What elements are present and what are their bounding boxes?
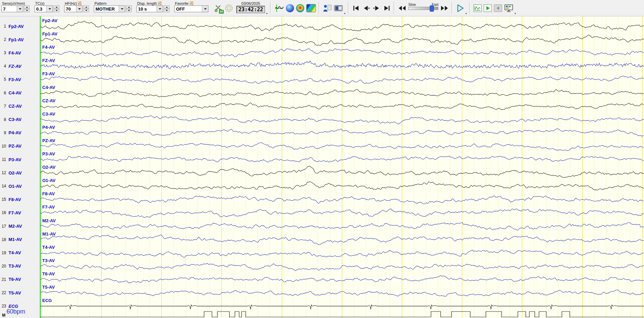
sens-combobox[interactable]: 7 bbox=[1, 5, 23, 12]
channel-row-T6-AV[interactable]: 21T6-AV bbox=[0, 276, 40, 283]
disp-length-value: 10 s bbox=[137, 6, 157, 12]
sens-spinner[interactable] bbox=[24, 5, 30, 12]
marker-channel-label: M bbox=[2, 313, 5, 318]
channel-row-T5-AV[interactable]: 22T5-AV bbox=[0, 290, 40, 296]
channel-row-Fp1-AV[interactable]: 2Fp1-AV bbox=[0, 36, 40, 43]
channel-number: 4 bbox=[0, 64, 6, 69]
rewind-button[interactable] bbox=[398, 3, 407, 13]
spin-up-icon[interactable] bbox=[164, 5, 170, 9]
channel-row-C4-AV[interactable]: 6C4-AV bbox=[0, 90, 40, 96]
disp-length-spinner[interactable] bbox=[164, 5, 170, 12]
channel-row-CZ-AV[interactable]: 7CZ-AV bbox=[0, 103, 40, 109]
channel-row-P3-AV[interactable]: 11P3-AV bbox=[0, 156, 40, 163]
spin-down-icon[interactable] bbox=[126, 9, 132, 12]
chevron-down-icon[interactable] bbox=[46, 6, 53, 12]
tc-field: TC(s) 0.3 bbox=[34, 1, 59, 12]
review-waveform-button[interactable] bbox=[473, 3, 482, 13]
edit-icon bbox=[190, 1, 193, 5]
channel-row-F4-AV[interactable]: 3F4-AV bbox=[0, 50, 40, 56]
channel-row-FZ-AV[interactable]: 4FZ-AV bbox=[0, 63, 40, 69]
back-arrow-icon bbox=[494, 4, 502, 12]
spin-down-icon[interactable] bbox=[83, 9, 89, 12]
play-icon bbox=[456, 4, 465, 13]
channel-row-T4-AV[interactable]: 19T4-AV bbox=[0, 250, 40, 256]
trend-graph-button[interactable] bbox=[274, 3, 284, 13]
speed-slider[interactable] bbox=[408, 7, 438, 10]
heart-rate-text: 60bpm bbox=[6, 308, 25, 315]
pattern-combobox[interactable]: MOTHER bbox=[94, 5, 125, 12]
topo-map-icon bbox=[306, 4, 316, 12]
channel-row-M1-AV[interactable]: 18M1-AV bbox=[0, 237, 40, 243]
channel-row-O2-AV[interactable]: 12O2-AV bbox=[0, 170, 40, 176]
spin-up-icon[interactable] bbox=[126, 5, 132, 9]
brain-map-color-button[interactable] bbox=[296, 3, 304, 13]
play-button[interactable] bbox=[456, 3, 465, 13]
skip-to-start-button[interactable] bbox=[352, 3, 360, 13]
step-forward-button[interactable] bbox=[372, 3, 381, 13]
channel-row-P4-AV[interactable]: 9P4-AV bbox=[0, 130, 40, 136]
spin-up-icon[interactable] bbox=[24, 5, 30, 9]
speed-slider-handle[interactable] bbox=[430, 5, 434, 12]
edit-icon bbox=[78, 1, 82, 5]
dropdown-dot bbox=[344, 13, 345, 14]
page-back-button[interactable] bbox=[494, 3, 502, 13]
chevron-down-icon[interactable] bbox=[119, 6, 125, 12]
favorite-value: OFF bbox=[175, 6, 202, 12]
favorite-combobox[interactable]: OFF bbox=[174, 5, 208, 12]
skip-to-end-button[interactable] bbox=[383, 3, 391, 13]
spin-down-icon[interactable] bbox=[24, 9, 30, 12]
tc-combobox[interactable]: 0.3 bbox=[34, 5, 53, 12]
patient-info-icon bbox=[323, 4, 332, 12]
channel-number: 11 bbox=[0, 157, 6, 162]
channel-number: 8 bbox=[0, 117, 6, 122]
channel-row-PZ-AV[interactable]: 10PZ-AV bbox=[0, 143, 40, 149]
tc-spinner[interactable] bbox=[54, 5, 59, 12]
channel-label: F4-AV bbox=[9, 50, 21, 56]
video-review-button[interactable] bbox=[334, 3, 343, 13]
chevron-down-icon[interactable] bbox=[76, 6, 82, 12]
topography-map-button[interactable] bbox=[306, 3, 316, 13]
patient-info-button[interactable] bbox=[323, 3, 332, 13]
monitor-settings-button[interactable] bbox=[504, 3, 514, 13]
chevron-down-icon[interactable] bbox=[202, 6, 208, 12]
channel-number: 12 bbox=[0, 170, 6, 175]
channel-row-M2-AV[interactable]: 17M2-AV bbox=[0, 223, 40, 229]
film-icon bbox=[334, 4, 343, 12]
channel-row-F7-AV[interactable]: 16F7-AV bbox=[0, 210, 40, 216]
hf-label: HF(Hz) bbox=[64, 1, 89, 5]
channel-row-Fp2-AV[interactable]: 1Fp2-AV bbox=[0, 23, 40, 29]
spin-down-icon[interactable] bbox=[164, 9, 170, 12]
chevron-down-icon[interactable] bbox=[17, 6, 23, 12]
channel-label: M1-AV bbox=[9, 237, 22, 242]
step-back-button[interactable] bbox=[362, 3, 370, 13]
channel-row-ECG[interactable]: 23ECG bbox=[0, 303, 40, 309]
monitor-settings-icon bbox=[504, 4, 514, 13]
pattern-label: Pattern bbox=[94, 1, 132, 5]
brain-map-blue-button[interactable] bbox=[286, 3, 294, 13]
channel-row-F8-AV[interactable]: 15F8-AV bbox=[0, 196, 40, 202]
spin-down-icon[interactable] bbox=[54, 9, 59, 12]
channel-row-C3-AV[interactable]: 8C3-AV bbox=[0, 117, 40, 123]
start-playback-button[interactable] bbox=[484, 3, 492, 13]
channel-row-T3-AV[interactable]: 20T3-AV bbox=[0, 263, 40, 269]
toolbar-separator bbox=[394, 2, 395, 14]
fast-forward-button[interactable] bbox=[440, 3, 449, 13]
pattern-field: Pattern MOTHER bbox=[94, 1, 132, 12]
channel-row-O1-AV[interactable]: 14O1-AV bbox=[0, 183, 40, 189]
globe-map-button[interactable] bbox=[224, 3, 233, 13]
pattern-spinner[interactable] bbox=[126, 5, 132, 12]
eeg-waveform-canvas[interactable] bbox=[41, 16, 644, 318]
spin-up-icon[interactable] bbox=[83, 5, 89, 9]
channel-row-F3-AV[interactable]: 5F3-AV bbox=[0, 76, 40, 82]
waveform-axes-icon bbox=[274, 4, 284, 13]
channel-number: 20 bbox=[0, 264, 6, 269]
sens-field: Sens(uV/mm) 7 bbox=[1, 1, 30, 12]
sens-value: 7 bbox=[2, 6, 17, 12]
channel-number: 7 bbox=[0, 104, 6, 109]
chevron-down-icon[interactable] bbox=[157, 6, 163, 12]
hf-combobox[interactable]: 70 bbox=[64, 5, 83, 12]
hf-spinner[interactable] bbox=[83, 5, 89, 12]
spin-up-icon[interactable] bbox=[54, 5, 59, 9]
montage-tool-button[interactable]: 50 bbox=[214, 3, 222, 13]
disp-length-combobox[interactable]: 10 s bbox=[136, 5, 163, 12]
